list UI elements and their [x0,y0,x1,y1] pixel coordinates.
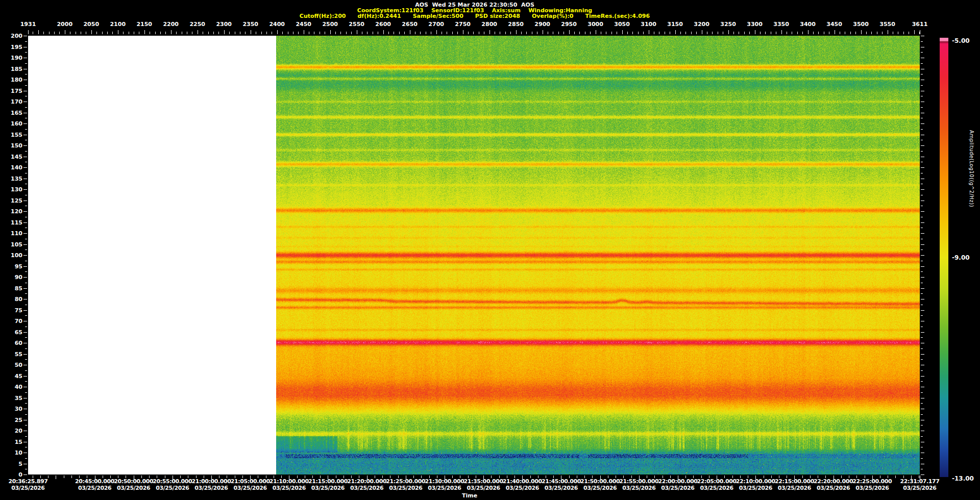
frequency-axis-label: 170 [2,98,22,105]
time-axis-tick [639,476,640,479]
frequency-axis-label: 130 [2,186,22,193]
record-axis-label: 2300 [216,21,232,28]
frequency-axis-tick [23,474,27,475]
time-axis-tick [359,476,359,478]
record-axis-tick [176,32,177,34]
record-axis-label: 2150 [136,21,152,28]
record-axis-tick [914,30,915,34]
time-axis-tick [274,476,274,478]
frequency-axis-label: 90 [2,274,22,281]
frequency-axis-label: 85 [2,285,22,291]
time-axis-tick [732,476,733,478]
record-axis-tick [654,32,654,34]
frequency-axis-tick [23,420,27,420]
frequency-axis-label: 110 [2,230,22,237]
record-axis-label: 3100 [641,21,656,28]
frequency-axis-label: 70 [2,318,22,324]
frequency-axis-tick [25,315,27,316]
frequency-axis-tick [23,288,27,289]
frequency-axis-label: 80 [2,296,22,303]
record-axis-tick [367,32,368,34]
frequency-axis-tick [23,233,27,234]
frequency-axis-tick [23,36,27,36]
time-axis-label: 21:30:00.00003/25/2026 [425,478,464,491]
frequency-axis-tick-right [921,201,924,201]
record-axis-tick [198,30,198,34]
record-axis-label: 2500 [322,21,338,28]
frequency-axis-tick [25,414,27,415]
time-axis-label: 22:31:07.17703/25/2026 [900,478,939,491]
frequency-axis-label: 45 [2,372,22,379]
frequency-axis-tick-right [921,189,924,190]
frequency-axis-tick-right [921,299,924,299]
frequency-axis-tick [23,80,27,80]
time-axis-tick [196,476,197,478]
frequency-axis-tick [25,436,27,437]
record-axis-label: 3200 [694,21,709,28]
time-axis-tick [764,476,764,478]
record-axis-label: 3000 [587,21,603,28]
record-axis-tick [558,32,559,34]
frequency-axis-tick [23,376,27,377]
time-axis-tick [740,476,741,478]
time-axis-tick [491,476,492,478]
date-value: 03/25/2026 [75,485,114,491]
record-axis-tick [208,32,209,34]
frequency-axis-tick [23,244,27,245]
record-axis-tick [532,32,532,34]
record-axis-tick [627,32,628,34]
time-axis-tick [165,476,165,478]
record-axis-label: 2900 [534,21,550,28]
frequency-axis-tick [25,41,27,42]
record-axis-label: 2350 [242,21,258,28]
record-axis-tick [134,32,134,34]
record-axis-tick [54,32,55,34]
frequency-axis-tick-right [921,217,923,217]
colorbar-min-label: -13.00 [952,475,974,482]
frequency-axis-tick [25,283,27,283]
spectrogram-canvas [276,36,920,474]
frequency-axis-tick [25,228,27,228]
record-axis-tick [378,32,378,34]
frequency-axis-tick [23,167,27,168]
frequency-axis-label: 10 [2,449,22,456]
record-axis-tick [871,32,872,34]
record-axis-tick [357,30,357,34]
record-axis-label: 2650 [402,21,418,28]
record-axis-tick [606,32,606,34]
frequency-axis-label: 5 [2,460,22,467]
time-axis-tick [569,476,570,478]
frequency-axis-tick [25,381,27,382]
frequency-axis-label: 25 [2,416,22,423]
time-axis-tick [406,476,406,479]
record-axis-tick [744,32,745,34]
record-axis-tick [495,32,495,34]
record-axis-tick [426,32,426,34]
time-axis-tick [103,476,103,478]
record-axis-tick [282,32,283,34]
frequency-axis-tick-right [921,179,924,179]
record-axis-tick [76,32,76,34]
record-axis-label: 3050 [614,21,630,28]
colorbar [940,38,948,477]
time-axis-tick [631,476,632,478]
frequency-axis-tick-right [921,206,923,206]
time-axis-tick [328,476,328,479]
record-axis-tick [112,32,113,34]
frequency-axis-tick [23,69,27,69]
record-axis-tick [410,30,410,34]
record-axis-tick [579,32,580,34]
time-axis-tick [235,476,235,478]
time-axis-tick [79,476,80,478]
frequency-axis-label: 20 [2,428,22,434]
frequency-axis-tick [23,91,27,91]
time-axis-tick [48,476,48,478]
record-axis-tick [304,30,304,34]
record-axis-tick [473,32,474,34]
frequency-axis-tick-right [921,74,923,74]
time-axis-tick [724,476,725,478]
frequency-axis-tick [23,431,27,431]
frequency-axis-label: 30 [2,406,22,412]
frequency-axis-tick-right [921,102,924,102]
time-axis-tick [297,476,298,478]
